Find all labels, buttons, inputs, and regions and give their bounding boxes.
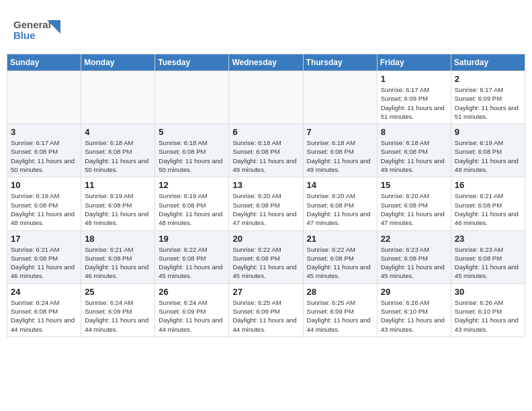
- calendar-cell: 16Sunrise: 6:21 AM Sunset: 6:08 PM Dayli…: [451, 177, 525, 230]
- calendar-cell: 19Sunrise: 6:22 AM Sunset: 6:08 PM Dayli…: [155, 230, 229, 283]
- day-number: 8: [381, 127, 447, 137]
- day-number: 30: [455, 287, 521, 297]
- day-info: Sunrise: 6:18 AM Sunset: 6:08 PM Dayligh…: [381, 138, 447, 174]
- day-info: Sunrise: 6:22 AM Sunset: 6:08 PM Dayligh…: [232, 245, 299, 281]
- day-number: 20: [232, 234, 299, 244]
- day-number: 14: [307, 180, 373, 190]
- day-info: Sunrise: 6:21 AM Sunset: 6:08 PM Dayligh…: [455, 191, 521, 227]
- day-number: 9: [455, 127, 521, 137]
- day-number: 3: [11, 127, 77, 137]
- day-number: 19: [159, 234, 225, 244]
- day-number: 15: [381, 180, 447, 190]
- day-number: 21: [307, 234, 373, 244]
- svg-text:Blue: Blue: [13, 30, 36, 41]
- calendar-cell: 18Sunrise: 6:21 AM Sunset: 6:08 PM Dayli…: [81, 230, 155, 283]
- day-number: 5: [159, 127, 225, 137]
- calendar-cell: 22Sunrise: 6:23 AM Sunset: 6:08 PM Dayli…: [377, 230, 451, 283]
- day-info: Sunrise: 6:20 AM Sunset: 6:08 PM Dayligh…: [232, 191, 299, 227]
- day-info: Sunrise: 6:19 AM Sunset: 6:08 PM Dayligh…: [11, 191, 77, 227]
- calendar-cell: 8Sunrise: 6:18 AM Sunset: 6:08 PM Daylig…: [377, 124, 451, 177]
- calendar-week-row: 3Sunrise: 6:17 AM Sunset: 6:08 PM Daylig…: [7, 124, 525, 177]
- calendar-cell: [229, 71, 303, 124]
- svg-text:General: General: [13, 19, 51, 30]
- calendar-cell: [155, 71, 229, 124]
- day-number: 22: [381, 234, 447, 244]
- day-number: 4: [85, 127, 151, 137]
- day-of-week-header: Friday: [377, 54, 451, 71]
- logo-icon: General Blue: [13, 13, 60, 47]
- day-info: Sunrise: 6:25 AM Sunset: 6:09 PM Dayligh…: [232, 298, 299, 334]
- calendar-week-row: 10Sunrise: 6:19 AM Sunset: 6:08 PM Dayli…: [7, 177, 525, 230]
- day-info: Sunrise: 6:18 AM Sunset: 6:08 PM Dayligh…: [85, 138, 151, 174]
- day-number: 10: [11, 180, 77, 190]
- calendar-cell: [303, 71, 377, 124]
- calendar-cell: 29Sunrise: 6:26 AM Sunset: 6:10 PM Dayli…: [377, 283, 451, 336]
- calendar-cell: 24Sunrise: 6:24 AM Sunset: 6:08 PM Dayli…: [7, 283, 81, 336]
- day-info: Sunrise: 6:19 AM Sunset: 6:08 PM Dayligh…: [159, 191, 225, 227]
- calendar-cell: 26Sunrise: 6:24 AM Sunset: 6:09 PM Dayli…: [155, 283, 229, 336]
- calendar-cell: 14Sunrise: 6:20 AM Sunset: 6:08 PM Dayli…: [303, 177, 377, 230]
- calendar-header-row: SundayMondayTuesdayWednesdayThursdayFrid…: [7, 54, 525, 71]
- day-number: 27: [232, 287, 299, 297]
- day-info: Sunrise: 6:26 AM Sunset: 6:10 PM Dayligh…: [381, 298, 447, 334]
- calendar-cell: 5Sunrise: 6:18 AM Sunset: 6:08 PM Daylig…: [155, 124, 229, 177]
- day-info: Sunrise: 6:23 AM Sunset: 6:08 PM Dayligh…: [455, 245, 521, 281]
- calendar-cell: 28Sunrise: 6:25 AM Sunset: 6:09 PM Dayli…: [303, 283, 377, 336]
- calendar-table: SundayMondayTuesdayWednesdayThursdayFrid…: [7, 54, 525, 337]
- calendar-cell: [7, 71, 81, 124]
- calendar-cell: 4Sunrise: 6:18 AM Sunset: 6:08 PM Daylig…: [81, 124, 155, 177]
- day-of-week-header: Tuesday: [155, 54, 229, 71]
- day-info: Sunrise: 6:24 AM Sunset: 6:08 PM Dayligh…: [11, 298, 77, 334]
- day-number: 25: [85, 287, 151, 297]
- day-info: Sunrise: 6:21 AM Sunset: 6:08 PM Dayligh…: [85, 245, 151, 281]
- day-number: 2: [455, 74, 521, 84]
- day-info: Sunrise: 6:25 AM Sunset: 6:09 PM Dayligh…: [307, 298, 373, 334]
- day-info: Sunrise: 6:17 AM Sunset: 6:09 PM Dayligh…: [455, 85, 521, 121]
- day-info: Sunrise: 6:20 AM Sunset: 6:08 PM Dayligh…: [307, 191, 373, 227]
- calendar-cell: 30Sunrise: 6:26 AM Sunset: 6:10 PM Dayli…: [451, 283, 525, 336]
- day-number: 29: [381, 287, 447, 297]
- day-info: Sunrise: 6:22 AM Sunset: 6:08 PM Dayligh…: [307, 245, 373, 281]
- calendar-cell: 17Sunrise: 6:21 AM Sunset: 6:08 PM Dayli…: [7, 230, 81, 283]
- calendar-cell: 11Sunrise: 6:19 AM Sunset: 6:08 PM Dayli…: [81, 177, 155, 230]
- day-info: Sunrise: 6:24 AM Sunset: 6:09 PM Dayligh…: [85, 298, 151, 334]
- day-number: 18: [85, 234, 151, 244]
- day-number: 28: [307, 287, 373, 297]
- calendar-cell: 20Sunrise: 6:22 AM Sunset: 6:08 PM Dayli…: [229, 230, 303, 283]
- day-info: Sunrise: 6:18 AM Sunset: 6:08 PM Dayligh…: [159, 138, 225, 174]
- day-number: 13: [232, 180, 299, 190]
- day-of-week-header: Wednesday: [229, 54, 303, 71]
- calendar-cell: 23Sunrise: 6:23 AM Sunset: 6:08 PM Dayli…: [451, 230, 525, 283]
- day-info: Sunrise: 6:22 AM Sunset: 6:08 PM Dayligh…: [159, 245, 225, 281]
- day-info: Sunrise: 6:21 AM Sunset: 6:08 PM Dayligh…: [11, 245, 77, 281]
- day-of-week-header: Monday: [81, 54, 155, 71]
- day-info: Sunrise: 6:19 AM Sunset: 6:08 PM Dayligh…: [85, 191, 151, 227]
- calendar-week-row: 1Sunrise: 6:17 AM Sunset: 6:09 PM Daylig…: [7, 71, 525, 124]
- day-of-week-header: Saturday: [451, 54, 525, 71]
- day-of-week-header: Sunday: [7, 54, 81, 71]
- calendar-cell: 2Sunrise: 6:17 AM Sunset: 6:09 PM Daylig…: [451, 71, 525, 124]
- calendar-week-row: 24Sunrise: 6:24 AM Sunset: 6:08 PM Dayli…: [7, 283, 525, 336]
- day-of-week-header: Thursday: [303, 54, 377, 71]
- calendar-cell: 10Sunrise: 6:19 AM Sunset: 6:08 PM Dayli…: [7, 177, 81, 230]
- calendar-cell: 21Sunrise: 6:22 AM Sunset: 6:08 PM Dayli…: [303, 230, 377, 283]
- calendar-cell: 9Sunrise: 6:19 AM Sunset: 6:08 PM Daylig…: [451, 124, 525, 177]
- day-info: Sunrise: 6:18 AM Sunset: 6:08 PM Dayligh…: [232, 138, 299, 174]
- day-info: Sunrise: 6:26 AM Sunset: 6:10 PM Dayligh…: [455, 298, 521, 334]
- day-number: 17: [11, 234, 77, 244]
- day-info: Sunrise: 6:19 AM Sunset: 6:08 PM Dayligh…: [455, 138, 521, 174]
- day-number: 7: [307, 127, 373, 137]
- page-header: General Blue: [7, 7, 525, 50]
- calendar-cell: 13Sunrise: 6:20 AM Sunset: 6:08 PM Dayli…: [229, 177, 303, 230]
- calendar-week-row: 17Sunrise: 6:21 AM Sunset: 6:08 PM Dayli…: [7, 230, 525, 283]
- day-info: Sunrise: 6:20 AM Sunset: 6:08 PM Dayligh…: [381, 191, 447, 227]
- day-number: 11: [85, 180, 151, 190]
- calendar-cell: 25Sunrise: 6:24 AM Sunset: 6:09 PM Dayli…: [81, 283, 155, 336]
- day-number: 26: [159, 287, 225, 297]
- day-info: Sunrise: 6:17 AM Sunset: 6:08 PM Dayligh…: [11, 138, 77, 174]
- day-number: 1: [381, 74, 447, 84]
- day-info: Sunrise: 6:17 AM Sunset: 6:09 PM Dayligh…: [381, 85, 447, 121]
- calendar-cell: 27Sunrise: 6:25 AM Sunset: 6:09 PM Dayli…: [229, 283, 303, 336]
- day-number: 6: [232, 127, 299, 137]
- calendar-cell: 3Sunrise: 6:17 AM Sunset: 6:08 PM Daylig…: [7, 124, 81, 177]
